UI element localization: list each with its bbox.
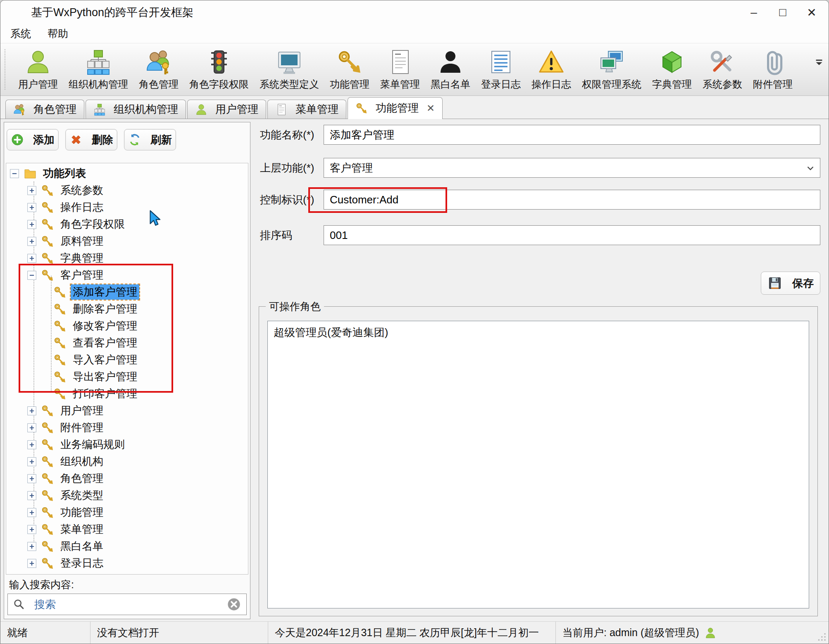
toolbar-button-label: 功能管理 [330,78,369,91]
tree-item[interactable]: 业务编码规则 [6,436,248,453]
roles-key-icon [145,48,172,75]
tree-toolbar-button[interactable]: 添加 [7,129,59,150]
status-current-user: 当前用户: admin (超级管理员) [556,622,829,644]
expand-plus-icon[interactable] [27,457,37,467]
dual-monitor-icon [598,48,625,75]
maximize-button[interactable]: □ [768,0,797,24]
tree-item[interactable]: 添加客户管理 [6,284,248,301]
expand-plus-icon[interactable] [27,474,37,484]
expand-plus-icon[interactable] [27,203,37,212]
clear-search-icon[interactable] [226,597,241,612]
expand-plus-icon[interactable] [27,253,37,263]
expand-plus-icon[interactable] [27,236,37,246]
expand-plus-icon[interactable] [27,541,37,551]
tree-item-label: 登录日志 [58,556,105,571]
traffic-light-icon [206,48,232,75]
tree-item[interactable]: 功能管理 [6,504,248,521]
key-icon [41,269,54,282]
toolbar-button-label: 菜单管理 [380,78,420,91]
toolbar-button[interactable]: 黑白名单 [425,45,476,94]
tree-item[interactable]: 角色字段权限 [6,216,248,233]
key-icon [53,303,67,316]
chevron-down-icon[interactable] [805,163,816,174]
tree-item-label: 导出客户管理 [71,369,139,384]
tree-item[interactable]: 菜单管理 [6,521,248,538]
toolbar-button[interactable]: 系统参数 [697,45,748,94]
toolbar-button[interactable]: 字典管理 [647,45,697,94]
expand-plus-icon[interactable] [27,440,37,450]
search-input[interactable] [33,598,222,611]
expand-plus-icon[interactable] [27,423,37,433]
toolbar-button[interactable]: 角色字段权限 [184,45,254,94]
tree-item[interactable]: 字典管理 [6,250,248,267]
sort-code-input[interactable] [324,225,820,245]
expand-plus-icon[interactable] [27,406,37,416]
toolbar-button[interactable]: 功能管理 [324,45,375,94]
black-user-icon [437,48,464,75]
tree-toolbar-button[interactable]: 刷新 [124,129,176,150]
toolbar-button[interactable]: 操作日志 [526,45,576,94]
toolbar-button-label: 附件管理 [753,78,793,91]
toolbar-button[interactable]: 组织机构管理 [63,45,133,94]
save-button[interactable]: 保存 [761,272,820,295]
toolbar-button[interactable]: 登录日志 [476,45,526,94]
tree-item[interactable]: 登录日志 [6,555,248,572]
tab-label: 菜单管理 [295,102,338,117]
tree-item[interactable]: 打印客户管理 [6,385,248,402]
expand-plus-icon[interactable] [27,508,37,518]
key-icon [41,421,54,434]
tree-item[interactable]: 查看客户管理 [6,334,248,351]
expand-plus-icon[interactable] [27,219,37,229]
tab[interactable]: 角色管理 [5,100,84,119]
toolbar-button[interactable]: 系统类型定义 [254,45,324,94]
tree-item[interactable]: 角色管理 [6,470,248,487]
tree-item[interactable]: 客户管理 [6,267,248,284]
expand-plus-icon[interactable] [27,186,37,196]
tree-toolbar-button[interactable]: 删除 [65,129,117,150]
toolbar-button[interactable]: 角色管理 [133,45,184,94]
tab[interactable]: 菜单管理 [267,100,346,119]
collapse-minus-icon[interactable] [10,169,19,179]
toolbar-button[interactable]: 菜单管理 [375,45,425,94]
tree-item[interactable]: 删除客户管理 [6,301,248,317]
expand-plus-icon[interactable] [27,491,37,501]
tree-item[interactable]: 修改客户管理 [6,317,248,334]
menu-item-help[interactable]: 帮助 [39,24,76,43]
tree-item[interactable]: 系统参数 [6,182,248,199]
key-icon [41,235,54,248]
close-button[interactable]: ✕ [797,0,826,24]
tab[interactable]: 组织机构管理 [86,100,186,119]
collapse-minus-icon[interactable] [27,270,37,280]
tree-item[interactable]: 导出客户管理 [6,368,248,385]
tree-item[interactable]: 系统类型 [6,487,248,504]
tab-label: 用户管理 [215,102,258,117]
toolbar-button-label: 登录日志 [481,78,521,91]
expand-plus-icon[interactable] [27,525,37,534]
tab[interactable]: 用户管理 [187,100,266,119]
org-chart-icon [85,48,112,75]
toolbar-overflow-icon[interactable] [812,55,826,69]
tab-label: 角色管理 [33,102,76,117]
roles-list[interactable]: 超级管理员(爱奇迪集团) [267,321,809,608]
tree-item[interactable]: 组织机构 [6,453,248,470]
tree-item[interactable]: 功能列表 [6,165,248,182]
tree-item[interactable]: 附件管理 [6,419,248,436]
function-name-input[interactable] [324,125,820,145]
menu-item-system[interactable]: 系统 [2,24,39,43]
parent-function-combobox[interactable]: 客户管理 [324,158,820,178]
control-id-input[interactable] [324,190,820,210]
tree-item[interactable]: 原料管理 [6,233,248,250]
toolbar-button[interactable]: 附件管理 [748,45,798,94]
expand-plus-icon[interactable] [27,558,37,568]
tab-close-icon[interactable]: ✕ [426,103,435,114]
tree-item[interactable]: 用户管理 [6,402,248,419]
tab[interactable]: 功能管理✕ [348,97,443,119]
tree-item[interactable]: 操作日志 [6,199,248,216]
resize-grip[interactable] [816,631,827,642]
toolbar-button[interactable]: 权限管理系统 [576,45,647,94]
toolbar-button[interactable]: 用户管理 [13,45,63,94]
minimize-button[interactable]: – [739,0,768,24]
tree-item[interactable]: 黑白名单 [6,538,248,555]
role-list-item[interactable]: 超级管理员(爱奇迪集团) [268,321,809,344]
tree-item[interactable]: 导入客户管理 [6,351,248,368]
